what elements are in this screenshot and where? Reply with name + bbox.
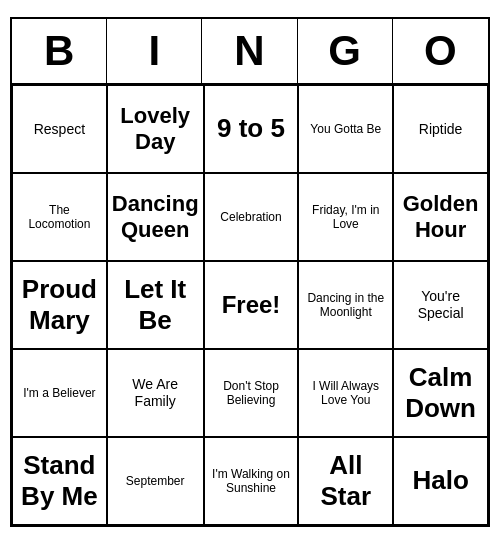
- bingo-cell-9: Golden Hour: [393, 173, 488, 261]
- bingo-cell-24: Halo: [393, 437, 488, 525]
- bingo-cell-0: Respect: [12, 85, 107, 173]
- header-letter-n: N: [202, 19, 297, 83]
- bingo-cell-17: Don't Stop Believing: [204, 349, 299, 437]
- bingo-cell-5: The Locomotion: [12, 173, 107, 261]
- bingo-cell-14: You're Special: [393, 261, 488, 349]
- bingo-cell-2: 9 to 5: [204, 85, 299, 173]
- bingo-cell-22: I'm Walking on Sunshine: [204, 437, 299, 525]
- bingo-cell-13: Dancing in the Moonlight: [298, 261, 393, 349]
- header-letter-b: B: [12, 19, 107, 83]
- bingo-cell-10: Proud Mary: [12, 261, 107, 349]
- bingo-cell-23: All Star: [298, 437, 393, 525]
- header-letter-o: O: [393, 19, 488, 83]
- bingo-grid: RespectLovely Day9 to 5You Gotta BeRipti…: [12, 85, 488, 525]
- bingo-cell-16: We Are Family: [107, 349, 204, 437]
- bingo-cell-12: Free!: [204, 261, 299, 349]
- bingo-cell-3: You Gotta Be: [298, 85, 393, 173]
- bingo-header: BINGO: [12, 19, 488, 85]
- bingo-cell-15: I'm a Believer: [12, 349, 107, 437]
- bingo-cell-18: I Will Always Love You: [298, 349, 393, 437]
- bingo-cell-19: Calm Down: [393, 349, 488, 437]
- bingo-cell-4: Riptide: [393, 85, 488, 173]
- bingo-cell-8: Friday, I'm in Love: [298, 173, 393, 261]
- bingo-cell-21: September: [107, 437, 204, 525]
- bingo-cell-11: Let It Be: [107, 261, 204, 349]
- bingo-card: BINGO RespectLovely Day9 to 5You Gotta B…: [10, 17, 490, 527]
- bingo-cell-1: Lovely Day: [107, 85, 204, 173]
- header-letter-i: I: [107, 19, 202, 83]
- bingo-cell-6: Dancing Queen: [107, 173, 204, 261]
- bingo-cell-7: Celebration: [204, 173, 299, 261]
- header-letter-g: G: [298, 19, 393, 83]
- bingo-cell-20: Stand By Me: [12, 437, 107, 525]
